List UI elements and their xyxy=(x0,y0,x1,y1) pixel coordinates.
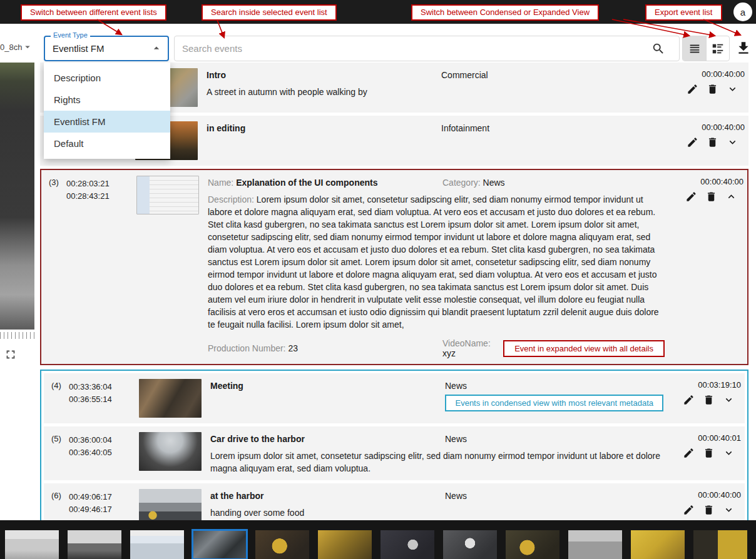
video-preview-partial xyxy=(0,63,34,330)
event-title: Car drive to the harbor xyxy=(210,432,445,444)
fullscreen-icon xyxy=(4,348,18,361)
event-tc-in: 00:36:00:04 xyxy=(69,434,139,446)
filmstrip-thumbnail[interactable] xyxy=(318,530,372,559)
event-category: Commercial xyxy=(441,68,667,80)
filmstrip-thumbnail[interactable] xyxy=(506,530,559,559)
clip-selector-value: 0_8ch xyxy=(0,43,22,52)
app-window: Switch between different event lists Sea… xyxy=(0,0,756,559)
clip-selector[interactable]: 0_8ch xyxy=(0,41,34,53)
production-number-label: Production Number: xyxy=(208,343,286,353)
event-description: handing over some food xyxy=(210,506,663,519)
event-title: Meeting xyxy=(210,379,445,391)
callout-view-toggle: Switch between Condensed or Expanded Vie… xyxy=(411,4,599,21)
dropdown-option-default[interactable]: Default xyxy=(44,133,170,154)
delete-icon[interactable] xyxy=(707,136,718,148)
condensed-events-group: (4) 00:33:36:04 00:36:55:14 Meeting News… xyxy=(40,370,748,537)
event-duration: 00:03:19:10 xyxy=(668,379,741,390)
expanded-view-button[interactable] xyxy=(706,36,729,61)
event-duration: 00:00:40:01 xyxy=(668,432,741,443)
filmstrip xyxy=(0,520,756,559)
delete-icon[interactable] xyxy=(705,191,717,203)
topbar: Switch between different event lists Sea… xyxy=(0,0,756,24)
event-title: at the harbor xyxy=(210,489,445,501)
event-duration: 00:00:40:00 xyxy=(672,121,745,132)
download-icon xyxy=(735,40,752,56)
event-category: Infotainment xyxy=(441,121,667,133)
callout-expanded-view: Event in expanded view with all details xyxy=(503,340,665,357)
expand-chevron-icon[interactable] xyxy=(727,83,738,95)
user-avatar[interactable]: a xyxy=(733,3,752,21)
filmstrip-thumbnail[interactable] xyxy=(568,530,622,559)
event-row-expanded: (3) 00:28:03:21 00:28:43:21 Name: Explan… xyxy=(40,169,748,365)
edit-icon[interactable] xyxy=(685,191,697,203)
filmstrip-thumbnail[interactable] xyxy=(443,530,497,559)
event-title: Intro xyxy=(207,68,441,80)
expand-chevron-icon[interactable] xyxy=(723,394,735,406)
dropdown-option-eventlist-fm[interactable]: Eventlist FM xyxy=(44,111,170,133)
category-label: Category: xyxy=(442,178,481,188)
filmstrip-thumbnail[interactable] xyxy=(693,530,747,559)
edit-icon[interactable] xyxy=(687,136,698,148)
expand-chevron-icon[interactable] xyxy=(723,447,735,459)
event-type-dropdown-menu: Description Rights Eventlist FM Default xyxy=(44,63,170,159)
delete-icon[interactable] xyxy=(703,394,715,406)
event-thumbnail xyxy=(139,432,202,471)
search-icon[interactable] xyxy=(651,42,665,56)
filmstrip-thumbnail[interactable] xyxy=(255,530,309,559)
search-input[interactable] xyxy=(175,36,679,61)
expand-chevron-icon[interactable] xyxy=(727,136,738,148)
event-tc-out: 00:49:46:17 xyxy=(69,503,139,516)
filmstrip-thumbnail[interactable] xyxy=(5,530,59,559)
caret-up-icon xyxy=(150,42,163,54)
edit-icon[interactable] xyxy=(683,394,695,406)
filmstrip-thumbnail[interactable] xyxy=(68,530,121,559)
event-duration: 00:00:40:00 xyxy=(671,176,743,186)
event-row: (5) 00:36:00:04 00:36:40:05 Car drive to… xyxy=(44,426,745,480)
filmstrip-thumbnail-selected[interactable] xyxy=(193,530,247,559)
event-tc-out: 00:36:55:14 xyxy=(69,393,139,406)
export-button[interactable] xyxy=(733,38,754,59)
video-name-label: VideoName: xyxy=(442,338,491,348)
event-category: News xyxy=(483,178,505,188)
collapse-chevron-icon[interactable] xyxy=(725,191,737,203)
event-description: Lorem ipsum dolor sit amet, consetetur s… xyxy=(208,194,659,330)
event-index: (3) xyxy=(49,176,66,187)
event-index: (4) xyxy=(51,379,69,390)
dropdown-option-rights[interactable]: Rights xyxy=(44,89,170,111)
edit-icon[interactable] xyxy=(687,83,698,95)
filmstrip-thumbnail[interactable] xyxy=(631,530,685,559)
edit-icon[interactable] xyxy=(683,447,695,459)
event-description: Lorem ipsum dolor sit amet, consetetur s… xyxy=(210,450,663,475)
event-row: (4) 00:33:36:04 00:36:55:14 Meeting News… xyxy=(44,373,745,423)
dropdown-option-description[interactable]: Description xyxy=(44,67,170,89)
condensed-view-icon xyxy=(688,42,702,56)
callout-condensed-view: Events in condensed view with most relev… xyxy=(445,395,663,411)
event-title: Explanation of the UI components xyxy=(236,178,377,188)
expand-chevron-icon[interactable] xyxy=(723,504,735,516)
delete-icon[interactable] xyxy=(703,447,715,459)
fullscreen-button[interactable] xyxy=(4,348,19,363)
filmstrip-thumbnail[interactable] xyxy=(381,530,434,559)
filmstrip-thumbnail[interactable] xyxy=(130,530,184,559)
event-type-select[interactable]: Event Type Eventlist FM xyxy=(44,36,169,61)
event-title: in editing xyxy=(207,121,441,133)
event-tc-out: 00:36:40:05 xyxy=(69,446,139,459)
event-index: (6) xyxy=(51,489,69,500)
edit-icon[interactable] xyxy=(683,504,695,516)
timeline-ruler xyxy=(0,332,34,342)
search-box xyxy=(174,36,680,61)
delete-icon[interactable] xyxy=(703,504,715,516)
condensed-view-button[interactable] xyxy=(683,36,706,61)
event-category: News xyxy=(445,379,663,391)
chevron-down-icon xyxy=(22,41,33,53)
event-duration: 00:00:40:00 xyxy=(668,489,741,500)
event-category: News xyxy=(445,432,663,444)
event-type-value: Eventlist FM xyxy=(45,37,168,60)
delete-icon[interactable] xyxy=(707,83,718,95)
event-index: (5) xyxy=(51,432,69,443)
event-tc-in: 00:28:03:21 xyxy=(66,178,136,190)
event-tc-out: 00:28:43:21 xyxy=(66,190,136,203)
event-thumbnail xyxy=(136,176,199,214)
event-tc-in: 00:33:36:04 xyxy=(69,381,139,393)
description-label: Description: xyxy=(208,194,254,204)
